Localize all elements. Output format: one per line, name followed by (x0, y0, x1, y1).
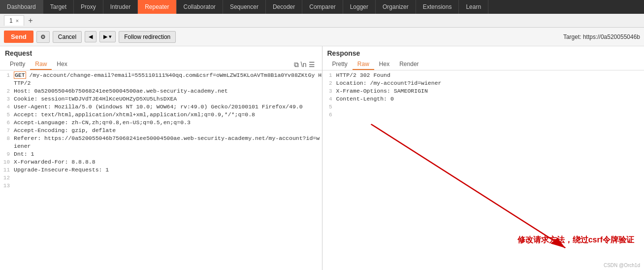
response-line: 5 (322, 103, 644, 111)
request-line: 5Accept: text/html,application/xhtml+xml… (0, 111, 322, 119)
prev-button[interactable]: ◀ (85, 31, 97, 42)
request-line: 12 (0, 174, 322, 182)
request-line: 6Accept-Language: zh-CN,zh;q=0.8,en-US;q… (0, 119, 322, 127)
response-line: 6 (322, 111, 644, 119)
response-tab-pretty[interactable]: Pretty (327, 59, 353, 70)
toolbar: Send ⚙ Cancel ◀ ▶ ▾ Follow redirection T… (0, 28, 644, 46)
request-sub-tabs: Pretty Raw Hex ⧉ \n ☰ (0, 58, 322, 70)
response-title: Response (322, 46, 644, 58)
menu-icon[interactable]: ☰ (309, 61, 315, 68)
footer-credit: CSDN @Orch1d (604, 263, 640, 268)
nav-learn[interactable]: Learn (459, 0, 488, 14)
nav-comparer[interactable]: Comparer (302, 0, 343, 14)
request-line: 1GET /my-account/change-email?email=5551… (0, 71, 322, 87)
response-tab-raw[interactable]: Raw (353, 59, 374, 70)
nav-target[interactable]: Target (43, 0, 74, 14)
svg-line-1 (371, 124, 565, 248)
tab-bar: 1 × + (0, 14, 644, 28)
response-panel: Response Pretty Raw Hex Render 1HTTP/2 3… (322, 46, 644, 270)
close-tab-icon[interactable]: × (16, 18, 19, 24)
follow-redirection-button[interactable]: Follow redirection (119, 31, 176, 43)
annotation-area: 修改请求方法，绕过csrf令牌验证 (322, 120, 644, 270)
main-area: Request Pretty Raw Hex ⧉ \n ☰ 1GET /my-a… (0, 46, 644, 270)
request-line: 7Accept-Encoding: gzip, deflate (0, 127, 322, 135)
request-title: Request (0, 46, 322, 58)
response-line: 2Location: /my-account?id=wiener (322, 79, 644, 87)
request-tab-hex[interactable]: Hex (52, 59, 72, 70)
request-line: 4User-Agent: Mozilla/5.0 (Windows NT 10.… (0, 103, 322, 111)
annotation-text: 修改请求方法，绕过csrf令牌验证 (517, 235, 634, 245)
settings-button[interactable]: ⚙ (36, 31, 50, 43)
request-line: 2Host: 0a520055046b75068241ee50004500ae.… (0, 87, 322, 95)
top-nav: Dashboard Target Proxy Intruder Repeater… (0, 0, 644, 14)
request-panel: Request Pretty Raw Hex ⧉ \n ☰ 1GET /my-a… (0, 46, 322, 270)
response-sub-tabs: Pretty Raw Hex Render (322, 58, 644, 70)
nav-dashboard[interactable]: Dashboard (0, 0, 43, 14)
request-tab-raw[interactable]: Raw (30, 59, 52, 70)
cancel-button[interactable]: Cancel (53, 31, 82, 43)
response-code-area[interactable]: 1HTTP/2 302 Found2Location: /my-account?… (322, 70, 644, 120)
http-method: GET (14, 71, 26, 79)
repeater-tab-1[interactable]: 1 × (4, 15, 24, 26)
target-info: Target: https://0a520055046b (563, 34, 640, 40)
nav-repeater[interactable]: Repeater (138, 0, 176, 14)
request-line: 3Cookie: session=tWDJVdTJE4HlKceUOHZyD5X… (0, 95, 322, 103)
request-code-area[interactable]: 1GET /my-account/change-email?email=5551… (0, 70, 322, 270)
next-button[interactable]: ▶ ▾ (99, 31, 116, 42)
request-line: 8Referer: https://0a520055046b75068241ee… (0, 135, 322, 150)
nav-logger[interactable]: Logger (343, 0, 376, 14)
copy-icon[interactable]: ⧉ (294, 61, 299, 69)
annotation-arrow-svg (322, 120, 644, 270)
response-tab-render[interactable]: Render (394, 59, 423, 70)
slash-icon: \n (301, 61, 307, 68)
request-line: 13 (0, 182, 322, 190)
nav-extensions[interactable]: Extensions (416, 0, 459, 14)
nav-decoder[interactable]: Decoder (266, 0, 302, 14)
request-line: 10X-Forwarded-For: 8.8.8.8 (0, 158, 322, 166)
nav-intruder[interactable]: Intruder (103, 0, 138, 14)
add-tab-button[interactable]: + (25, 17, 35, 25)
response-line: 3X-Frame-Options: SAMEORIGIN (322, 87, 644, 95)
tab-label: 1 (9, 17, 13, 24)
response-tab-hex[interactable]: Hex (374, 59, 394, 70)
request-line: 11Upgrade-Insecure-Requests: 1 (0, 166, 322, 174)
request-line: 9Dnt: 1 (0, 150, 322, 158)
nav-sequencer[interactable]: Sequencer (223, 0, 266, 14)
send-button[interactable]: Send (4, 31, 33, 43)
request-tab-pretty[interactable]: Pretty (5, 59, 30, 70)
response-line: 1HTTP/2 302 Found (322, 71, 644, 79)
response-line: 4Content-Length: 0 (322, 95, 644, 103)
nav-collaborator[interactable]: Collaborator (177, 0, 223, 14)
nav-proxy[interactable]: Proxy (74, 0, 103, 14)
nav-organizer[interactable]: Organizer (376, 0, 416, 14)
